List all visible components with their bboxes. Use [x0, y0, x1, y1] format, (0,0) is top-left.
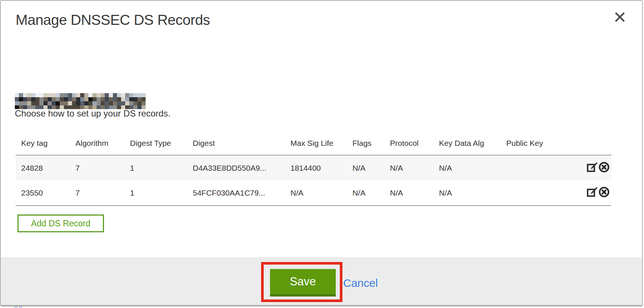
cell-public-key [501, 155, 558, 180]
save-button[interactable]: Save [270, 269, 336, 296]
cell-key-data-alg: N/A [433, 180, 501, 206]
col-header-algorithm: Algorithm [70, 131, 124, 155]
cell-flags: N/A [347, 155, 384, 180]
redacted-domain-name [15, 93, 146, 109]
delete-record-icon[interactable] [598, 186, 610, 200]
underlying-page-fragment [19, 307, 22, 308]
cell-protocol: N/A [384, 180, 433, 206]
cell-key-tag: 24828 [16, 155, 70, 180]
col-header-digest: Digest [187, 131, 285, 155]
col-header-flags: Flags [347, 131, 384, 155]
cell-digest: D4A33E8DD550A9... [187, 155, 285, 180]
cell-key-tag: 23550 [16, 180, 70, 206]
edit-record-icon[interactable] [586, 161, 598, 175]
close-x-glyph [614, 11, 626, 23]
close-icon[interactable] [613, 10, 627, 24]
table-row: 24828 7 1 D4A33E8DD550A9... 1814400 N/A … [16, 155, 611, 180]
ds-records-table: Key tag Algorithm Digest Type Digest Max… [16, 131, 611, 206]
table-row: 23550 7 1 54FCF030AA1C79... N/A N/A N/A … [16, 180, 611, 206]
col-header-public-key: Public Key [501, 131, 558, 155]
manage-dnssec-dialog: Manage DNSSEC DS Records Choose how to s… [0, 0, 643, 307]
col-header-actions [558, 131, 611, 155]
col-header-key-data-alg: Key Data Alg [433, 131, 501, 155]
cell-algorithm: 7 [70, 180, 124, 206]
cell-key-data-alg: N/A [433, 155, 501, 180]
col-header-protocol: Protocol [384, 131, 433, 155]
row-actions [558, 155, 611, 180]
cell-public-key [501, 180, 558, 206]
table-header-row: Key tag Algorithm Digest Type Digest Max… [16, 131, 611, 155]
cell-max-sig-life: 1814400 [285, 155, 347, 180]
cell-digest-type: 1 [124, 180, 187, 206]
add-ds-record-button[interactable]: Add DS Record [17, 214, 104, 232]
cell-max-sig-life: N/A [285, 180, 347, 206]
edit-record-icon[interactable] [586, 186, 598, 200]
col-header-digest-type: Digest Type [124, 131, 187, 155]
cell-digest-type: 1 [124, 155, 187, 180]
setup-instruction-text: Choose how to set up your DS records. [15, 108, 170, 119]
cancel-link[interactable]: Cancel [343, 277, 378, 289]
row-actions [558, 180, 611, 206]
col-header-max-sig-life: Max Sig Life [285, 131, 347, 155]
dialog-title: Manage DNSSEC DS Records [16, 12, 210, 28]
col-header-key-tag: Key tag [16, 131, 70, 155]
cell-digest: 54FCF030AA1C79... [187, 180, 285, 206]
delete-record-icon[interactable] [598, 161, 610, 175]
underlying-page-fragment [14, 307, 17, 308]
screenshot-stage: Manage DNSSEC DS Records Choose how to s… [0, 0, 644, 308]
cell-flags: N/A [347, 180, 384, 206]
cell-protocol: N/A [384, 155, 433, 180]
cell-algorithm: 7 [70, 155, 124, 180]
